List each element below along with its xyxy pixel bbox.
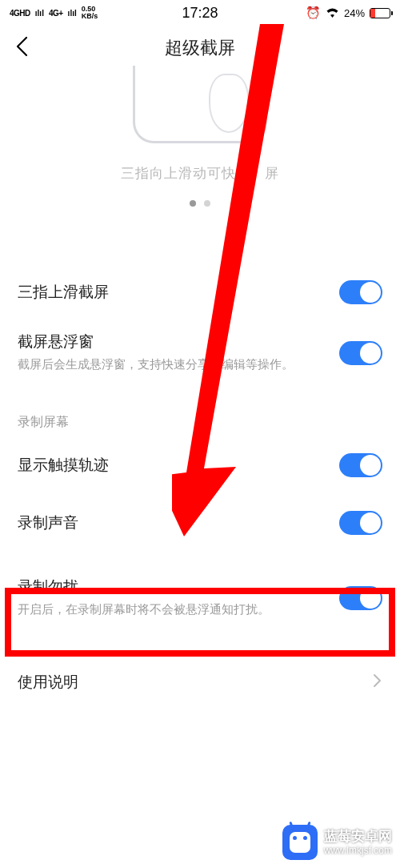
pager-dots[interactable] [190, 200, 210, 207]
page-title: 超级截屏 [165, 36, 235, 60]
row-label: 录制勿扰 [18, 575, 330, 599]
pager-dot [204, 200, 210, 207]
hand-icon [209, 74, 249, 133]
network-1-label: 4GHD [10, 9, 30, 18]
row-label: 使用说明 [18, 670, 363, 694]
watermark-url: www.lmkjsf.com [324, 845, 392, 856]
row-desc: 开启后，在录制屏幕时将不会被悬浮通知打扰。 [18, 601, 330, 619]
status-right: ⏰ 24% [306, 6, 390, 20]
row-usage-guide[interactable]: 使用说明 [0, 656, 400, 709]
row-label: 录制声音 [18, 511, 330, 535]
row-desc: 截屏后会生成悬浮窗，支持快速分享、编辑等操作。 [18, 356, 330, 374]
gesture-illustration[interactable]: 三指向上滑动可快速录屏 [0, 70, 400, 231]
data-speed: 0.50KB/s [82, 6, 98, 20]
signal-2-icon: ılıl [68, 9, 77, 18]
alarm-icon: ⏰ [306, 6, 321, 20]
toggle-three-finger-swipe[interactable] [339, 280, 382, 304]
watermark-title: 蓝莓安卓网 [324, 829, 392, 845]
nav-bar: 超级截屏 [0, 26, 400, 70]
back-button[interactable] [14, 35, 30, 62]
status-time: 17:28 [182, 5, 218, 22]
watermark: 蓝莓安卓网 www.lmkjsf.com [282, 825, 392, 860]
row-record-audio[interactable]: 录制声音 [0, 496, 400, 549]
chevron-right-icon [373, 672, 382, 693]
row-touch-trace[interactable]: 显示触摸轨迹 [0, 439, 400, 492]
signal-1-icon: ılıl [35, 9, 44, 18]
toggle-record-dnd[interactable] [339, 586, 382, 610]
toggle-touch-trace[interactable] [339, 453, 382, 477]
battery-percent: 24% [344, 7, 365, 19]
row-record-dnd[interactable]: 录制勿扰 开启后，在录制屏幕时将不会被悬浮通知打扰。 [0, 564, 400, 630]
row-three-finger-swipe[interactable]: 三指上滑截屏 [0, 266, 400, 319]
row-label: 显示触摸轨迹 [18, 453, 330, 477]
row-label: 截屏悬浮窗 [18, 330, 330, 354]
gesture-caption: 三指向上滑动可快速录屏 [121, 164, 279, 183]
toggle-float-window[interactable] [339, 341, 382, 365]
toggle-record-audio[interactable] [339, 511, 382, 535]
network-2-label: 4G+ [49, 9, 63, 18]
status-left: 4GHD ılıl 4G+ ılıl 0.50KB/s [10, 6, 98, 20]
row-float-window[interactable]: 截屏悬浮窗 截屏后会生成悬浮窗，支持快速分享、编辑等操作。 [0, 319, 400, 385]
status-bar: 4GHD ılıl 4G+ ılıl 0.50KB/s 17:28 ⏰ 24% [0, 0, 400, 26]
phone-outline-graphic [133, 66, 267, 143]
wifi-icon [326, 6, 339, 20]
pager-dot-active [190, 200, 196, 207]
watermark-logo-icon [282, 825, 318, 860]
battery-icon [370, 8, 390, 18]
section-header-record: 录制屏幕 [0, 385, 400, 439]
row-label: 三指上滑截屏 [18, 280, 330, 304]
